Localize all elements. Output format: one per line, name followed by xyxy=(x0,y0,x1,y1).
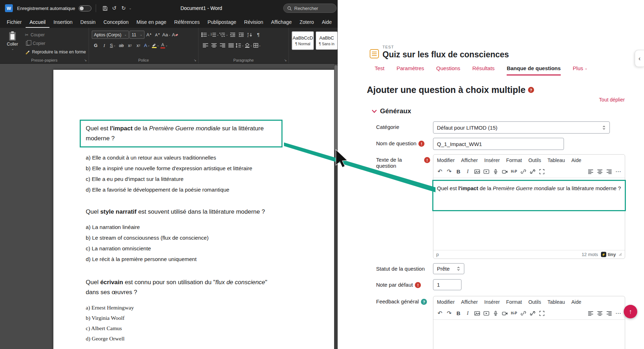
image-icon[interactable] xyxy=(473,309,481,318)
underline-button[interactable]: S⌄ xyxy=(109,42,117,50)
question-name-input[interactable] xyxy=(433,138,564,150)
dialog-launcher-icon[interactable]: ↘ xyxy=(84,59,87,62)
editor-menu-inserer[interactable]: Insérer xyxy=(484,299,500,305)
fullscreen-icon[interactable] xyxy=(537,309,546,318)
font-size-select[interactable]: 11⌄ xyxy=(130,31,144,39)
highlight-color-button[interactable]: ⌄ xyxy=(152,42,159,50)
chevron-down-icon[interactable]: ⌄ xyxy=(129,6,132,10)
element-path[interactable]: p xyxy=(436,252,439,257)
link-icon[interactable] xyxy=(519,309,528,318)
menu-accueil[interactable]: Accueil xyxy=(26,19,49,28)
justify-button[interactable] xyxy=(227,42,235,50)
italic-button[interactable]: I xyxy=(100,42,108,50)
unlink-icon[interactable] xyxy=(528,167,537,176)
camera-icon[interactable] xyxy=(500,167,509,176)
align-right-button[interactable] xyxy=(218,42,226,50)
drawer-toggle-button[interactable]: ‹ xyxy=(635,50,644,67)
undo-icon[interactable]: ↶ xyxy=(436,167,444,176)
paste-button[interactable]: Coller ⌄ xyxy=(3,30,22,56)
clear-formatting-button[interactable]: A xyxy=(171,31,179,39)
editor-content-area[interactable]: Quel est l'impact de la Première Guerre … xyxy=(433,178,625,250)
section-general[interactable]: Généraux xyxy=(372,107,625,115)
increase-indent-button[interactable] xyxy=(237,31,245,39)
menu-revision[interactable]: Révision xyxy=(240,19,267,28)
dialog-launcher-icon[interactable]: ↘ xyxy=(194,59,196,62)
font-name-select[interactable]: Aptos (Corps)⌄ xyxy=(92,31,129,39)
unlink-icon[interactable] xyxy=(528,309,537,318)
help-icon[interactable]: ? xyxy=(421,299,427,305)
bold-button[interactable]: G xyxy=(92,42,100,50)
menu-insertion[interactable]: Insertion xyxy=(49,19,76,28)
help-icon[interactable]: ? xyxy=(528,87,534,93)
bullet-list-button[interactable]: ⌄ xyxy=(201,31,210,39)
tab-resultats[interactable]: Résultats xyxy=(473,65,495,75)
shading-button[interactable]: ⌄ xyxy=(245,42,253,50)
fullscreen-icon[interactable] xyxy=(537,167,546,176)
scroll-to-top-button[interactable]: ↑ xyxy=(624,305,637,318)
link-icon[interactable] xyxy=(519,167,528,176)
menu-conception[interactable]: Conception xyxy=(100,19,133,28)
editor-menu-modifier[interactable]: Modifier xyxy=(437,299,455,305)
shrink-font-button[interactable]: A▼ xyxy=(154,31,162,39)
format-painter-button[interactable]: Reproduire la mise en forme xyxy=(25,48,86,56)
editor-menu-outils[interactable]: Outils xyxy=(528,157,541,163)
pilcrow-button[interactable]: ¶ xyxy=(254,31,262,39)
tab-parametres[interactable]: Paramètres xyxy=(397,65,424,75)
menu-zotero[interactable]: Zotero xyxy=(296,19,318,28)
align-right-icon[interactable] xyxy=(605,167,613,176)
style-normal-card[interactable]: AaBbCcD ¶ Normal xyxy=(292,31,314,50)
microphone-icon[interactable] xyxy=(491,167,500,176)
numbered-list-button[interactable]: 12⌄ xyxy=(211,31,219,39)
tab-questions[interactable]: Questions xyxy=(436,65,460,75)
multilevel-list-button[interactable]: ⌄ xyxy=(220,31,228,39)
word-search-box[interactable]: Rechercher xyxy=(283,4,337,13)
menu-references[interactable]: Références xyxy=(170,19,204,28)
cut-button[interactable]: ✂ Couper xyxy=(25,31,86,38)
save-icon[interactable] xyxy=(100,4,110,13)
more-options-icon[interactable]: ⋯ xyxy=(614,167,623,176)
editor-menu-tableau[interactable]: Tableau xyxy=(548,299,565,305)
sort-button[interactable]: AZ xyxy=(246,31,254,39)
undo-icon[interactable]: ↶ xyxy=(436,309,444,318)
document-page[interactable]: Quel est l'impact de la Première Guerre … xyxy=(53,70,336,349)
word-scrollbar[interactable] xyxy=(334,64,338,349)
tab-banque-de-questions[interactable]: Banque de questions xyxy=(507,65,561,75)
menu-aide[interactable]: Aide xyxy=(318,19,336,28)
align-right-icon[interactable] xyxy=(605,309,613,318)
menu-affichage[interactable]: Affichage xyxy=(267,19,296,28)
editor-content-area[interactable] xyxy=(433,320,625,349)
video-icon[interactable] xyxy=(482,309,491,318)
editor-menu-aide[interactable]: Aide xyxy=(571,299,581,305)
menu-fichier[interactable]: Fichier xyxy=(3,19,26,28)
menu-publipostage[interactable]: Publipostage xyxy=(204,19,240,28)
menu-mise-en-page[interactable]: Mise en page xyxy=(132,19,170,28)
borders-button[interactable]: ⌄ xyxy=(253,42,261,50)
category-select[interactable]: Défaut pour LITMOD (15) xyxy=(433,121,610,134)
editor-menu-format[interactable]: Format xyxy=(506,299,522,305)
bold-icon[interactable]: B xyxy=(454,309,463,318)
bold-icon[interactable]: B xyxy=(454,167,463,176)
menu-dessin[interactable]: Dessin xyxy=(76,19,100,28)
microphone-icon[interactable] xyxy=(491,309,500,318)
video-icon[interactable] xyxy=(482,167,491,176)
grow-font-button[interactable]: A▲ xyxy=(145,31,153,39)
text-effects-button[interactable]: A⌄ xyxy=(143,42,151,50)
line-spacing-button[interactable]: ⌄ xyxy=(236,42,244,50)
camera-icon[interactable] xyxy=(500,309,509,318)
editor-menu-aide[interactable]: Aide xyxy=(571,157,581,163)
font-color-button[interactable]: A⌄ xyxy=(160,42,168,50)
subscript-button[interactable]: x2 xyxy=(126,42,134,50)
resize-handle-icon[interactable] xyxy=(619,253,622,256)
expand-all-link[interactable]: Tout déplier xyxy=(599,97,625,103)
editor-menu-outils[interactable]: Outils xyxy=(528,299,541,305)
editor-menu-tableau[interactable]: Tableau xyxy=(548,157,565,163)
image-icon[interactable] xyxy=(473,167,481,176)
decrease-indent-button[interactable] xyxy=(229,31,237,39)
align-center-button[interactable] xyxy=(210,42,218,50)
italic-icon[interactable]: I xyxy=(463,309,472,318)
default-grade-input[interactable] xyxy=(433,279,461,290)
align-center-icon[interactable] xyxy=(595,309,604,318)
tab-test[interactable]: Test xyxy=(375,65,385,75)
align-left-icon[interactable] xyxy=(586,309,595,318)
copy-button[interactable]: Copier xyxy=(25,40,86,47)
